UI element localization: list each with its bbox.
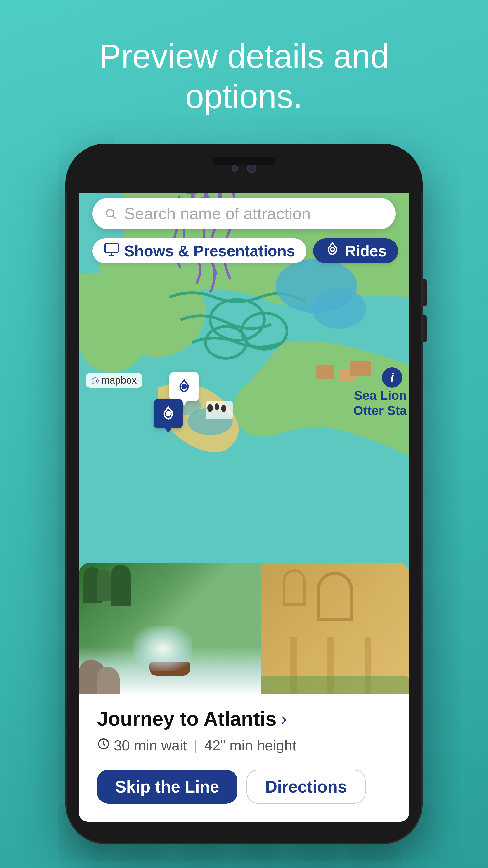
map-marker-white[interactable] xyxy=(170,372,199,401)
attraction-arrow-icon: › xyxy=(281,708,287,729)
filter-chips: Shows & Presentations Rides xyxy=(92,239,396,264)
sea-lion-label: Sea Lion Otter Sta xyxy=(354,388,407,418)
svg-point-28 xyxy=(166,412,170,416)
svg-point-20 xyxy=(221,405,226,412)
skip-line-button[interactable]: Skip the Line xyxy=(97,770,238,804)
sea-lion-line2: Otter Sta xyxy=(354,403,407,418)
info-button[interactable]: i xyxy=(382,367,402,388)
phone-volume-down-button xyxy=(423,315,427,342)
sea-lion-line1: Sea Lion xyxy=(354,388,407,403)
svg-rect-14 xyxy=(350,361,371,376)
height-req-detail: 42" min height xyxy=(204,737,296,754)
svg-line-22 xyxy=(113,216,116,219)
attraction-title: Journey to Atlantis › xyxy=(97,707,391,730)
phone-top-bar xyxy=(65,144,423,193)
phone-speaker xyxy=(212,157,276,165)
card-image-building xyxy=(261,563,409,694)
attraction-details: 30 min wait | 42" min height xyxy=(97,737,391,754)
rides-icon xyxy=(325,241,340,260)
page-title-line1: Preview details and xyxy=(99,37,389,75)
map-marker-blue-selected[interactable] xyxy=(154,399,183,428)
height-req-text: 42" min height xyxy=(204,737,296,754)
attraction-name: Journey to Atlantis xyxy=(97,707,277,730)
chip-rides-label: Rides xyxy=(345,242,387,260)
chip-shows[interactable]: Shows & Presentations xyxy=(92,239,306,264)
directions-button[interactable]: Directions xyxy=(246,770,366,804)
svg-rect-12 xyxy=(316,365,334,379)
wait-time-text: 30 min wait xyxy=(114,737,187,754)
phone-volume-up-button xyxy=(423,279,427,306)
attraction-card: Journey to Atlantis › 30 min wait xyxy=(79,563,409,822)
svg-point-26 xyxy=(330,247,334,251)
search-placeholder: Search name of attraction xyxy=(124,204,310,223)
card-content: Journey to Atlantis › 30 min wait xyxy=(79,694,409,822)
page-title: Preview details and options. xyxy=(86,36,402,116)
map-area[interactable]: Search name of attraction Shows & Presen… xyxy=(79,184,409,609)
mapbox-watermark: ◎ mapbox xyxy=(86,373,142,388)
phone-camera-left xyxy=(232,165,238,172)
mapbox-label: mapbox xyxy=(101,375,137,386)
svg-rect-23 xyxy=(105,243,118,252)
svg-point-18 xyxy=(207,404,213,412)
svg-point-11 xyxy=(312,288,366,329)
svg-point-27 xyxy=(182,384,186,389)
detail-separator: | xyxy=(194,737,197,754)
svg-point-19 xyxy=(215,403,219,410)
phone-shell: Search name of attraction Shows & Presen… xyxy=(65,144,423,844)
info-icon: i xyxy=(390,370,394,385)
page-title-line2: options. xyxy=(185,78,303,115)
card-image xyxy=(79,563,409,694)
svg-point-21 xyxy=(106,210,114,217)
search-bar[interactable]: Search name of attraction xyxy=(92,198,396,229)
action-buttons: Skip the Line Directions xyxy=(97,770,391,804)
clock-icon xyxy=(97,737,110,754)
wait-time-detail: 30 min wait xyxy=(97,737,187,754)
mapbox-circle-icon: ◎ xyxy=(91,375,99,385)
chip-shows-label: Shows & Presentations xyxy=(124,242,295,260)
search-icon xyxy=(104,207,117,220)
shows-icon xyxy=(104,241,120,260)
chip-rides[interactable]: Rides xyxy=(313,239,398,264)
phone-screen: Search name of attraction Shows & Presen… xyxy=(79,184,409,822)
